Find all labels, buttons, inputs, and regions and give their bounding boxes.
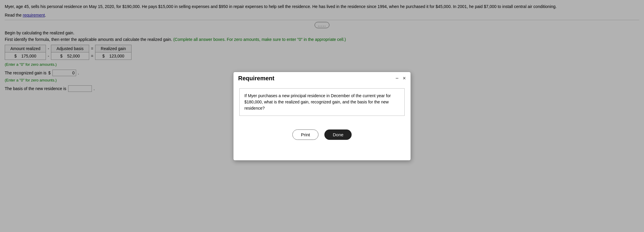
modal-close-button[interactable]: × xyxy=(403,76,406,81)
modal-body: If Myer purchases a new principal reside… xyxy=(233,84,411,97)
requirement-box: If Myer purchases a new principal reside… xyxy=(239,88,405,97)
modal-header: Requirement − × xyxy=(233,72,411,84)
modal-overlay: Requirement − × If Myer purchases a new … xyxy=(0,0,644,97)
modal-title: Requirement xyxy=(238,75,274,82)
modal: Requirement − × If Myer purchases a new … xyxy=(233,72,411,97)
modal-minimize-button[interactable]: − xyxy=(395,76,399,81)
modal-controls: − × xyxy=(395,76,406,81)
requirement-text: If Myer purchases a new principal reside… xyxy=(244,93,400,97)
